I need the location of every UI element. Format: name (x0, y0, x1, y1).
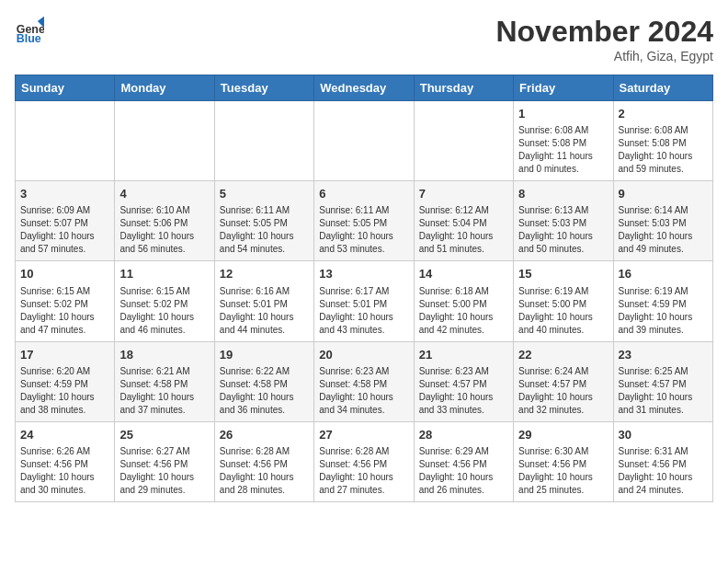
day-info: Sunrise: 6:08 AM Sunset: 5:08 PM Dayligh… (619, 124, 708, 176)
day-number: 9 (619, 186, 708, 202)
day-info: Sunrise: 6:15 AM Sunset: 5:02 PM Dayligh… (119, 285, 209, 337)
day-info: Sunrise: 6:22 AM Sunset: 4:58 PM Dayligh… (220, 365, 309, 417)
calendar-cell: 27Sunrise: 6:28 AM Sunset: 4:56 PM Dayli… (314, 421, 414, 501)
calendar-week-row: 3Sunrise: 6:09 AM Sunset: 5:07 PM Daylig… (16, 181, 713, 261)
day-info: Sunrise: 6:09 AM Sunset: 5:07 PM Dayligh… (20, 204, 109, 256)
day-number: 26 (220, 427, 309, 443)
day-info: Sunrise: 6:13 AM Sunset: 5:03 PM Dayligh… (518, 204, 608, 256)
day-info: Sunrise: 6:10 AM Sunset: 5:06 PM Dayligh… (119, 204, 209, 256)
day-number: 21 (419, 347, 508, 363)
day-number: 18 (119, 347, 209, 363)
calendar-cell: 5Sunrise: 6:11 AM Sunset: 5:05 PM Daylig… (214, 181, 313, 261)
day-number: 12 (220, 266, 309, 282)
calendar-cell (115, 101, 214, 181)
calendar-week-row: 17Sunrise: 6:20 AM Sunset: 4:59 PM Dayli… (16, 341, 713, 421)
logo: General Blue (15, 15, 44, 44)
calendar-body: 1Sunrise: 6:08 AM Sunset: 5:08 PM Daylig… (16, 101, 713, 502)
day-info: Sunrise: 6:30 AM Sunset: 4:56 PM Dayligh… (518, 445, 608, 497)
calendar-week-row: 24Sunrise: 6:26 AM Sunset: 4:56 PM Dayli… (16, 421, 713, 501)
weekday-header: Thursday (414, 75, 513, 101)
calendar-cell (16, 101, 115, 181)
calendar-cell: 24Sunrise: 6:26 AM Sunset: 4:56 PM Dayli… (16, 421, 115, 501)
calendar-cell: 1Sunrise: 6:08 AM Sunset: 5:08 PM Daylig… (514, 101, 613, 181)
calendar-cell: 10Sunrise: 6:15 AM Sunset: 5:02 PM Dayli… (16, 261, 115, 341)
day-info: Sunrise: 6:31 AM Sunset: 4:56 PM Dayligh… (619, 445, 708, 497)
day-number: 8 (518, 186, 608, 202)
calendar-table: SundayMondayTuesdayWednesdayThursdayFrid… (15, 75, 713, 502)
day-info: Sunrise: 6:08 AM Sunset: 5:08 PM Dayligh… (518, 124, 608, 176)
day-number: 29 (518, 427, 608, 443)
day-number: 11 (119, 266, 209, 282)
day-info: Sunrise: 6:11 AM Sunset: 5:05 PM Dayligh… (220, 204, 309, 256)
page-header: General Blue November 2024 Atfih, Giza, … (15, 15, 713, 63)
day-info: Sunrise: 6:19 AM Sunset: 4:59 PM Dayligh… (619, 285, 708, 337)
day-info: Sunrise: 6:26 AM Sunset: 4:56 PM Dayligh… (20, 445, 109, 497)
day-info: Sunrise: 6:17 AM Sunset: 5:01 PM Dayligh… (319, 285, 408, 337)
calendar-week-row: 1Sunrise: 6:08 AM Sunset: 5:08 PM Daylig… (16, 101, 713, 181)
day-number: 19 (220, 347, 309, 363)
calendar-week-row: 10Sunrise: 6:15 AM Sunset: 5:02 PM Dayli… (16, 261, 713, 341)
day-info: Sunrise: 6:20 AM Sunset: 4:59 PM Dayligh… (20, 365, 109, 417)
calendar-cell: 8Sunrise: 6:13 AM Sunset: 5:03 PM Daylig… (514, 181, 613, 261)
calendar-cell: 4Sunrise: 6:10 AM Sunset: 5:06 PM Daylig… (115, 181, 214, 261)
weekday-header: Saturday (613, 75, 712, 101)
day-number: 15 (518, 266, 608, 282)
calendar-cell: 19Sunrise: 6:22 AM Sunset: 4:58 PM Dayli… (214, 341, 313, 421)
calendar-cell: 12Sunrise: 6:16 AM Sunset: 5:01 PM Dayli… (214, 261, 313, 341)
day-number: 20 (319, 347, 408, 363)
weekday-header-row: SundayMondayTuesdayWednesdayThursdayFrid… (16, 75, 713, 101)
day-info: Sunrise: 6:16 AM Sunset: 5:01 PM Dayligh… (220, 285, 309, 337)
calendar-cell: 15Sunrise: 6:19 AM Sunset: 5:00 PM Dayli… (514, 261, 613, 341)
calendar-cell: 11Sunrise: 6:15 AM Sunset: 5:02 PM Dayli… (115, 261, 214, 341)
day-number: 17 (20, 347, 109, 363)
weekday-header: Monday (115, 75, 214, 101)
calendar-cell (414, 101, 513, 181)
weekday-header: Friday (514, 75, 613, 101)
day-info: Sunrise: 6:11 AM Sunset: 5:05 PM Dayligh… (319, 204, 408, 256)
weekday-header: Tuesday (214, 75, 313, 101)
calendar-cell: 9Sunrise: 6:14 AM Sunset: 5:03 PM Daylig… (613, 181, 712, 261)
day-number: 24 (20, 427, 109, 443)
calendar-cell: 14Sunrise: 6:18 AM Sunset: 5:00 PM Dayli… (414, 261, 513, 341)
day-number: 2 (619, 106, 708, 122)
day-number: 1 (518, 106, 608, 122)
day-info: Sunrise: 6:12 AM Sunset: 5:04 PM Dayligh… (419, 204, 508, 256)
calendar-cell: 22Sunrise: 6:24 AM Sunset: 4:57 PM Dayli… (514, 341, 613, 421)
calendar-cell: 30Sunrise: 6:31 AM Sunset: 4:56 PM Dayli… (613, 421, 712, 501)
day-number: 4 (119, 186, 209, 202)
location: Atfih, Giza, Egypt (495, 49, 713, 63)
day-info: Sunrise: 6:27 AM Sunset: 4:56 PM Dayligh… (119, 445, 209, 497)
day-number: 27 (319, 427, 408, 443)
day-info: Sunrise: 6:15 AM Sunset: 5:02 PM Dayligh… (20, 285, 109, 337)
calendar-cell: 17Sunrise: 6:20 AM Sunset: 4:59 PM Dayli… (16, 341, 115, 421)
calendar-cell: 28Sunrise: 6:29 AM Sunset: 4:56 PM Dayli… (414, 421, 513, 501)
calendar-cell: 26Sunrise: 6:28 AM Sunset: 4:56 PM Dayli… (214, 421, 313, 501)
title-block: November 2024 Atfih, Giza, Egypt (495, 15, 713, 63)
calendar-cell (314, 101, 414, 181)
calendar-cell: 29Sunrise: 6:30 AM Sunset: 4:56 PM Dayli… (514, 421, 613, 501)
day-number: 5 (220, 186, 309, 202)
calendar-cell: 7Sunrise: 6:12 AM Sunset: 5:04 PM Daylig… (414, 181, 513, 261)
calendar-cell: 23Sunrise: 6:25 AM Sunset: 4:57 PM Dayli… (613, 341, 712, 421)
day-number: 6 (319, 186, 408, 202)
day-number: 14 (419, 266, 508, 282)
day-number: 7 (419, 186, 508, 202)
weekday-header: Wednesday (314, 75, 414, 101)
day-number: 28 (419, 427, 508, 443)
day-number: 3 (20, 186, 109, 202)
day-info: Sunrise: 6:28 AM Sunset: 4:56 PM Dayligh… (319, 445, 408, 497)
calendar-cell: 21Sunrise: 6:23 AM Sunset: 4:57 PM Dayli… (414, 341, 513, 421)
day-info: Sunrise: 6:19 AM Sunset: 5:00 PM Dayligh… (518, 285, 608, 337)
calendar-cell (214, 101, 313, 181)
day-number: 30 (619, 427, 708, 443)
day-number: 23 (619, 347, 708, 363)
day-number: 22 (518, 347, 608, 363)
calendar-cell: 3Sunrise: 6:09 AM Sunset: 5:07 PM Daylig… (16, 181, 115, 261)
day-info: Sunrise: 6:18 AM Sunset: 5:00 PM Dayligh… (419, 285, 508, 337)
calendar-cell: 20Sunrise: 6:23 AM Sunset: 4:58 PM Dayli… (314, 341, 414, 421)
day-number: 16 (619, 266, 708, 282)
svg-text:Blue: Blue (17, 32, 41, 44)
calendar-cell: 13Sunrise: 6:17 AM Sunset: 5:01 PM Dayli… (314, 261, 414, 341)
day-info: Sunrise: 6:14 AM Sunset: 5:03 PM Dayligh… (619, 204, 708, 256)
calendar-cell: 6Sunrise: 6:11 AM Sunset: 5:05 PM Daylig… (314, 181, 414, 261)
